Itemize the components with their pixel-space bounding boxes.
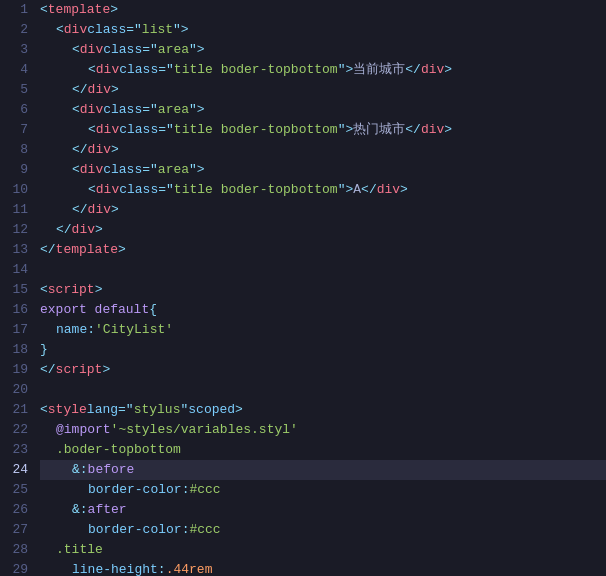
code-line-23: .boder-topbottom: [40, 440, 606, 460]
code-line-24: &:before: [40, 460, 606, 480]
line-numbers: 1 2 3 4 5 6 7 8 9 10 11 12 13 14 15 16 1…: [0, 0, 36, 576]
code-line-17: name: 'CityList': [40, 320, 606, 340]
code-line-1: <template>: [40, 0, 606, 20]
code-line-28: .title: [40, 540, 606, 560]
code-line-18: }: [40, 340, 606, 360]
code-line-7: <div class="title boder-topbottom">热门城市<…: [40, 120, 606, 140]
code-area[interactable]: 1 2 3 4 5 6 7 8 9 10 11 12 13 14 15 16 1…: [0, 0, 606, 576]
code-line-11: </div>: [40, 200, 606, 220]
code-line-19: </script>: [40, 360, 606, 380]
code-line-16: export default {: [40, 300, 606, 320]
code-line-14: [40, 260, 606, 280]
code-line-12: </div>: [40, 220, 606, 240]
code-line-29: line-height: .44rem: [40, 560, 606, 576]
code-line-9: <div class="area">: [40, 160, 606, 180]
code-line-26: &:after: [40, 500, 606, 520]
code-line-15: <script>: [40, 280, 606, 300]
code-line-21: <style lang="stylus" scoped>: [40, 400, 606, 420]
code-line-10: <div class="title boder-topbottom">A</di…: [40, 180, 606, 200]
code-line-27: border-color: #ccc: [40, 520, 606, 540]
code-line-13: </template>: [40, 240, 606, 260]
code-editor: 1 2 3 4 5 6 7 8 9 10 11 12 13 14 15 16 1…: [0, 0, 606, 576]
code-line-8: </div>: [40, 140, 606, 160]
code-line-3: <div class="area">: [40, 40, 606, 60]
code-line-6: <div class="area">: [40, 100, 606, 120]
code-line-4: <div class="title boder-topbottom">当前城市<…: [40, 60, 606, 80]
code-line-2: <div class="list">: [40, 20, 606, 40]
code-line-20: [40, 380, 606, 400]
code-line-5: </div>: [40, 80, 606, 100]
code-line-25: border-color: #ccc: [40, 480, 606, 500]
code-content[interactable]: <template> <div class="list"> <div class…: [36, 0, 606, 576]
code-line-22: @import '~styles/variables.styl': [40, 420, 606, 440]
